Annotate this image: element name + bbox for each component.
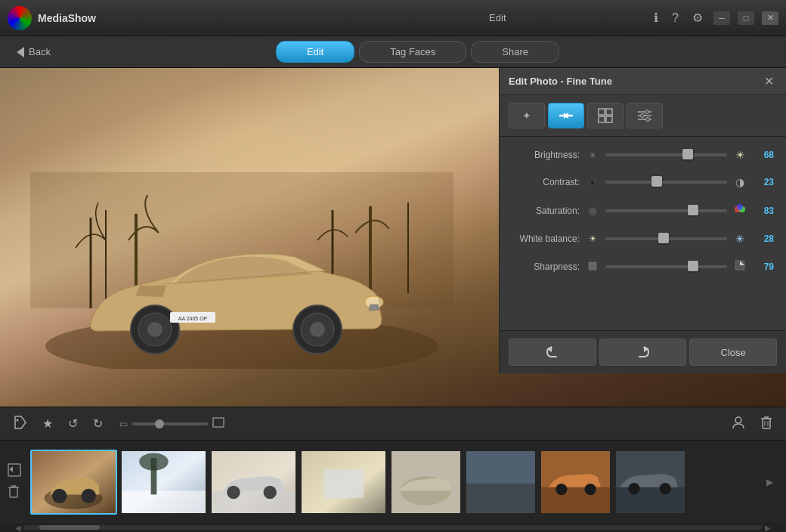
thumb-bg-1 <box>32 451 116 513</box>
thumbnail-5[interactable] <box>390 450 462 515</box>
maximize-button[interactable]: □ <box>738 11 754 25</box>
svg-rect-33 <box>589 262 596 270</box>
sharpness-track <box>605 265 727 268</box>
thumbnail-6[interactable] <box>465 450 537 515</box>
nav-bar: Back Edit Tag Faces Share <box>0 36 786 68</box>
contrast-max-icon: ◑ <box>733 176 747 188</box>
effects-icon <box>598 108 613 123</box>
delete-icon <box>760 416 772 429</box>
filmstrip-scroll: ▶ <box>761 477 778 487</box>
title-controls: ℹ ? ⚙ ─ □ ✕ <box>651 9 778 26</box>
people-button[interactable] <box>727 413 750 435</box>
scroll-left-arrow[interactable]: ◀ <box>15 524 21 532</box>
filmstrip-compare-icon[interactable] <box>8 463 21 480</box>
saturation-max-icon <box>733 203 747 218</box>
redo-button[interactable] <box>599 339 687 366</box>
contrast-min-icon: ● <box>586 177 599 187</box>
zoom-slider[interactable] <box>132 422 208 425</box>
contrast-slider[interactable] <box>605 180 727 184</box>
svg-point-53 <box>82 488 96 503</box>
filmstrip-delete-icon[interactable] <box>8 484 21 501</box>
tab-edit[interactable]: Edit <box>276 41 354 63</box>
filmstrip-scroll-right[interactable]: ▶ <box>764 477 775 487</box>
panel-tabs: ✦ <box>500 95 786 137</box>
back-arrow-icon <box>17 47 24 57</box>
undo-button[interactable] <box>509 339 596 366</box>
thumb-bg-2 <box>122 451 206 513</box>
brightness-label: Brightness: <box>512 150 580 160</box>
wb-thumb[interactable] <box>658 233 669 243</box>
brightness-thumb[interactable] <box>682 149 693 159</box>
thumbnail-8[interactable] <box>614 450 686 515</box>
scroll-thumb[interactable] <box>39 525 100 530</box>
white-balance-value: 28 <box>753 234 774 244</box>
sharpness-slider[interactable] <box>605 264 727 269</box>
svg-point-74 <box>628 482 639 493</box>
bottom-scrollbar[interactable]: ◀ ▶ <box>0 523 786 532</box>
white-balance-row: White balance: ☀ ✳ 28 <box>512 233 774 245</box>
rotate-right-button[interactable]: ↻ <box>88 413 107 434</box>
svg-rect-63 <box>323 469 364 498</box>
tab-tag-faces[interactable]: Tag Faces <box>359 41 466 63</box>
content-row: AA 2405 OP Edit Photo - Fine Tune ✕ ✦ <box>0 68 786 407</box>
thumbnail-1[interactable] <box>30 450 117 515</box>
brightness-value: 68 <box>753 150 774 160</box>
sharpness-row: Sharpness: <box>512 260 774 273</box>
close-button[interactable]: ✕ <box>762 11 778 25</box>
svg-rect-67 <box>466 483 535 512</box>
app-title: MediaShow <box>38 12 345 24</box>
minimize-button[interactable]: ─ <box>713 11 730 25</box>
saturation-slider[interactable] <box>605 209 727 213</box>
svg-rect-73 <box>616 487 685 512</box>
saturation-thumb[interactable] <box>688 205 698 215</box>
contrast-thumb[interactable] <box>651 176 662 187</box>
svg-rect-20 <box>599 109 605 115</box>
app-logo <box>8 6 32 30</box>
svg-point-60 <box>227 485 240 498</box>
scroll-track[interactable] <box>24 525 762 530</box>
sharpness-thumb[interactable] <box>688 261 698 271</box>
fine-tune-icon <box>558 110 574 121</box>
edit-panel: Edit Photo - Fine Tune ✕ ✦ <box>499 68 786 373</box>
thumb-bg-3 <box>212 451 296 513</box>
settings-icon[interactable]: ⚙ <box>689 9 706 26</box>
frame-large-icon <box>212 417 224 428</box>
back-button[interactable]: Back <box>9 43 58 60</box>
toolbar-right <box>727 413 777 435</box>
white-balance-slider[interactable] <box>605 237 727 241</box>
tab-adjustments[interactable] <box>627 103 663 128</box>
people-icon <box>732 416 745 429</box>
thumbnail-7[interactable] <box>540 450 611 515</box>
thumbnail-4[interactable] <box>300 450 387 515</box>
star-button[interactable]: ★ <box>38 413 57 434</box>
help-icon[interactable]: ? <box>669 10 682 26</box>
scroll-right-arrow[interactable]: ▶ <box>765 524 771 532</box>
rotate-left-button[interactable]: ↺ <box>63 413 82 434</box>
contrast-label: Contrast: <box>512 177 580 187</box>
undo-icon <box>544 345 561 360</box>
svg-rect-41 <box>763 419 770 428</box>
zoom-thumb[interactable] <box>155 419 164 428</box>
tab-effects[interactable] <box>587 103 624 128</box>
svg-point-75 <box>659 482 670 493</box>
panel-close-footer-button[interactable]: Close <box>689 339 777 366</box>
tab-auto-fix[interactable]: ✦ <box>509 103 545 128</box>
tab-share[interactable]: Share <box>471 41 559 63</box>
svg-point-52 <box>52 488 67 503</box>
nav-tabs: Edit Tag Faces Share <box>274 41 562 63</box>
thumbnail-3[interactable] <box>210 450 297 515</box>
info-icon[interactable]: ℹ <box>651 9 661 26</box>
svg-point-40 <box>735 417 741 423</box>
svg-point-28 <box>641 114 645 118</box>
saturation-row: Saturation: ◎ 83 <box>512 203 774 218</box>
back-label: Back <box>29 46 51 57</box>
panel-close-button[interactable]: ✕ <box>761 74 777 88</box>
brightness-slider[interactable] <box>605 153 727 157</box>
tag-button[interactable] <box>9 412 32 436</box>
svg-rect-21 <box>606 109 612 115</box>
compare-icon <box>8 463 21 477</box>
thumbnail-2[interactable] <box>120 450 207 515</box>
tab-fine-tune[interactable] <box>548 103 584 128</box>
close-label: Close <box>721 347 746 358</box>
delete-button[interactable] <box>756 413 777 435</box>
